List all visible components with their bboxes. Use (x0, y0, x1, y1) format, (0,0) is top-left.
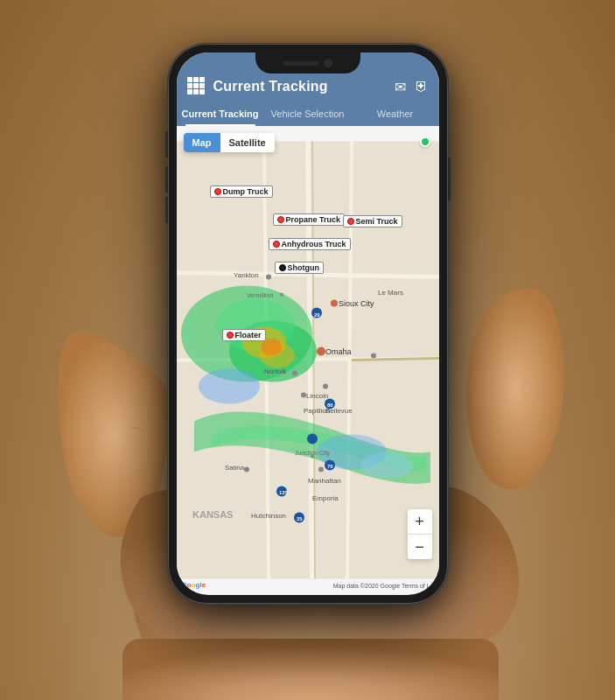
svg-point-23 (292, 371, 297, 376)
svg-text:Sioux City: Sioux City (339, 299, 374, 308)
user-icon[interactable]: ⛨ (415, 79, 429, 94)
svg-text:Lincoln: Lincoln (306, 392, 328, 400)
svg-text:KANSAS: KANSAS (192, 509, 233, 520)
svg-text:Emporia: Emporia (312, 494, 339, 502)
header-actions: ✉ ⛨ (395, 79, 429, 95)
vehicle-name: Shotgun (288, 263, 320, 272)
zoom-controls: + − (408, 509, 432, 559)
vehicle-dot (347, 218, 354, 225)
vehicle-label-dump-truck[interactable]: Dump Truck (210, 186, 273, 198)
svg-text:80: 80 (327, 402, 333, 408)
vehicle-name: Propane Truck (286, 215, 341, 224)
scene: Current Tracking ✉ ⛨ Current Tracking Ve… (0, 0, 615, 700)
vehicle-label-shotgun[interactable]: Shotgun (275, 262, 325, 274)
svg-text:29: 29 (314, 312, 320, 318)
svg-point-35 (280, 293, 283, 297)
svg-point-38 (323, 384, 328, 389)
svg-point-16 (199, 369, 260, 404)
svg-text:Norfolk: Norfolk (264, 368, 287, 375)
grid-menu-icon[interactable] (187, 77, 206, 96)
svg-point-21 (317, 347, 325, 356)
map-container: Sioux City Omaha Norfolk Lincoln Salina … (177, 126, 439, 594)
phone-screen: Current Tracking ✉ ⛨ Current Tracking Ve… (177, 52, 439, 595)
vehicle-label-semi-truck[interactable]: Semi Truck (343, 215, 402, 228)
vehicle-name: Anhydrous Truck (282, 240, 346, 248)
svg-point-19 (331, 300, 338, 307)
svg-text:Yankton: Yankton (234, 271, 259, 279)
svg-text:70: 70 (327, 464, 333, 469)
vehicle-dot (273, 241, 280, 248)
svg-text:Hutchinson: Hutchinson (251, 512, 286, 520)
phone-device: Current Tracking ✉ ⛨ Current Tracking Ve… (168, 44, 448, 604)
phone-outer-shell: Current Tracking ✉ ⛨ Current Tracking Ve… (168, 44, 448, 604)
vehicle-dot (214, 188, 221, 195)
zoom-out-button[interactable]: − (408, 535, 432, 559)
svg-line-9 (352, 359, 439, 360)
svg-point-33 (266, 275, 271, 280)
svg-point-29 (318, 467, 324, 472)
svg-text:Omaha: Omaha (325, 347, 352, 356)
notch-speaker (283, 61, 318, 66)
tab-weather[interactable]: Weather (352, 103, 439, 126)
header-title: Current Tracking (213, 79, 388, 94)
mail-icon[interactable]: ✉ (395, 79, 406, 95)
zoom-in-button[interactable]: + (408, 509, 432, 534)
map-toggle-control: Map Satellite (184, 133, 275, 152)
google-g-red2: e (202, 581, 206, 589)
svg-text:Manhattan: Manhattan (308, 477, 341, 485)
phone-notch (255, 52, 360, 74)
svg-point-18 (360, 452, 413, 479)
vehicle-dot (277, 216, 284, 223)
vehicle-label-propane-truck[interactable]: Propane Truck (273, 214, 346, 226)
svg-text:35: 35 (297, 516, 303, 522)
svg-text:Junction City: Junction City (295, 450, 331, 457)
tab-vehicle-selection[interactable]: Vehicle Selection (264, 103, 352, 126)
svg-text:135: 135 (279, 490, 289, 495)
map-toggle-map[interactable]: Map (184, 133, 220, 152)
vehicle-name: Dump Truck (223, 187, 269, 196)
svg-point-54 (307, 434, 318, 444)
svg-text:Le Mars: Le Mars (378, 289, 403, 297)
google-logo: Google (182, 581, 206, 589)
nav-tabs: Current Tracking Vehicle Selection Weath… (177, 103, 439, 126)
vehicle-name: Semi Truck (356, 217, 398, 226)
svg-text:Salina: Salina (225, 464, 245, 472)
notch-camera (324, 59, 332, 67)
map-credit: Map data ©2020 Google Terms of I... (333, 583, 434, 589)
vehicle-name: Floater (235, 331, 262, 340)
tab-current-tracking[interactable]: Current Tracking (177, 103, 264, 126)
vehicle-dot (279, 264, 286, 271)
vehicle-label-floater[interactable]: Floater (222, 329, 266, 341)
gps-status-dot (420, 136, 430, 147)
vehicle-dot (227, 332, 234, 339)
vehicle-label-anhydrous-truck[interactable]: Anhydrous Truck (269, 238, 351, 250)
svg-point-27 (244, 467, 249, 472)
svg-text:Vermillion: Vermillion (247, 292, 273, 298)
svg-point-41 (371, 354, 376, 359)
map-toggle-satellite[interactable]: Satellite (220, 133, 275, 152)
